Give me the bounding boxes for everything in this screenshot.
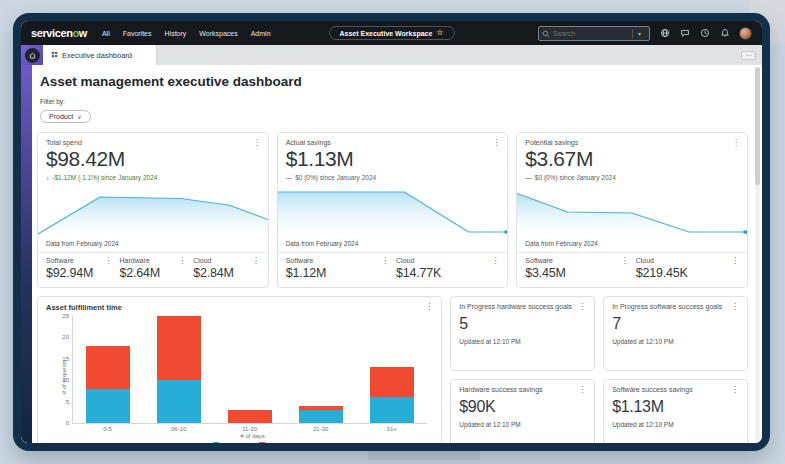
kebab-menu-icon[interactable]: ⋮ bbox=[425, 303, 433, 310]
breakdown-metric: Software ⋮ $3.45M bbox=[525, 257, 628, 280]
kebab-menu-icon[interactable]: ⋮ bbox=[178, 257, 186, 264]
nav-menu-item[interactable]: History bbox=[165, 30, 187, 37]
search-icon bbox=[542, 24, 550, 42]
breakdown-value: $2.84M bbox=[193, 266, 260, 280]
delta-text: $0 (0%) since January 2024 bbox=[295, 174, 376, 181]
kpi-updated-timestamp: Updated at 12:10 PM bbox=[612, 421, 739, 428]
clock-icon[interactable] bbox=[699, 28, 710, 39]
home-button[interactable] bbox=[21, 45, 43, 65]
y-axis-tick: 20 bbox=[62, 334, 69, 340]
bars-container bbox=[73, 316, 427, 423]
bar-chart: # of requests 0510152025 0-506-1011-2021… bbox=[46, 316, 433, 443]
page-title: Asset management executive dashboard bbox=[40, 74, 748, 89]
bar-segment-hardware[interactable] bbox=[86, 389, 130, 423]
breakdown-value: $3.45M bbox=[525, 266, 628, 280]
metric-card: Actual savings ⋮ $1.13M — $0 (0%) since … bbox=[277, 132, 509, 288]
breakdown-label: Hardware bbox=[120, 257, 150, 264]
kpi-value: 5 bbox=[459, 315, 586, 333]
tab-executive-dashboard[interactable]: Executive dashboard bbox=[43, 45, 157, 65]
bar-segment-software[interactable] bbox=[86, 346, 130, 389]
y-axis-tick: 25 bbox=[62, 313, 69, 319]
nav-menu-item[interactable]: Favorites bbox=[123, 30, 152, 37]
breakdown-label: Cloud bbox=[636, 257, 654, 264]
kebab-menu-icon[interactable]: ⋮ bbox=[105, 257, 113, 264]
kpi-card-title: Hardware success savings bbox=[459, 386, 542, 393]
servicenow-logo[interactable]: servicenow bbox=[31, 27, 87, 39]
kebab-menu-icon[interactable]: ⋮ bbox=[621, 257, 629, 264]
bar-segment-hardware[interactable] bbox=[370, 397, 414, 423]
vertical-scrollbar[interactable] bbox=[755, 67, 760, 441]
kpi-updated-timestamp: Updated at 12:10 PM bbox=[612, 338, 739, 345]
breakdown-label: Cloud bbox=[193, 257, 211, 264]
kebab-menu-icon[interactable]: ⋮ bbox=[732, 139, 740, 146]
kebab-menu-icon[interactable]: ⋮ bbox=[492, 139, 500, 146]
metric-value: $1.13M bbox=[278, 146, 508, 171]
search-box[interactable]: ▾ bbox=[538, 26, 650, 41]
bell-icon[interactable] bbox=[719, 28, 730, 39]
product-filter-dropdown[interactable]: Product ∨ bbox=[40, 110, 91, 123]
kebab-menu-icon[interactable]: ⋮ bbox=[253, 139, 261, 146]
breakdown-label: Cloud bbox=[396, 257, 414, 264]
tab-overflow-button[interactable]: ⋯ bbox=[741, 51, 756, 60]
kebab-menu-icon[interactable]: ⋮ bbox=[491, 257, 499, 264]
kebab-menu-icon[interactable]: ⋮ bbox=[578, 303, 586, 310]
tab-label: Executive dashboard bbox=[62, 51, 132, 60]
stacked-bar[interactable] bbox=[228, 316, 272, 423]
asset-fulfillment-card: Asset fulfillment time ⋮ # of requests 0… bbox=[37, 296, 442, 443]
scrollbar-thumb[interactable] bbox=[755, 67, 760, 185]
delta-direction-icon: — bbox=[525, 174, 532, 181]
nav-menu-item[interactable]: Admin bbox=[251, 30, 271, 37]
x-axis-tick: 21-30 bbox=[285, 424, 356, 432]
breakdown-metric: Software ⋮ $1.12M bbox=[286, 257, 389, 280]
kpi-card-title: In Progress software success goals bbox=[612, 303, 722, 310]
stacked-bar[interactable] bbox=[157, 316, 201, 423]
nav-menu-item[interactable]: Workspaces bbox=[199, 30, 237, 37]
x-axis-ticks: 0-506-1011-2021-3031+ bbox=[72, 424, 427, 432]
nav-right-cluster: ▾ bbox=[538, 26, 752, 41]
bar-segment-hardware[interactable] bbox=[157, 380, 201, 423]
kebab-menu-icon[interactable]: ⋮ bbox=[731, 257, 739, 264]
kebab-menu-icon[interactable]: ⋮ bbox=[252, 257, 260, 264]
user-avatar[interactable] bbox=[739, 27, 752, 40]
bar-segment-software[interactable] bbox=[228, 410, 272, 423]
kebab-menu-icon[interactable]: ⋮ bbox=[731, 303, 739, 310]
legend-swatch bbox=[259, 442, 265, 443]
breakdown-value: $14.77K bbox=[396, 266, 499, 280]
legend-item[interactable]: Hardware bbox=[213, 442, 248, 443]
kebab-menu-icon[interactable]: ⋮ bbox=[381, 257, 389, 264]
metric-card: Total spend ⋮ $98.42M ↓ -$1.12M (-1.1%) … bbox=[37, 132, 269, 288]
trend-sparkline bbox=[517, 186, 747, 236]
bar-segment-hardware[interactable] bbox=[299, 410, 343, 423]
bar-segment-software[interactable] bbox=[157, 316, 201, 380]
metric-delta: — $0 (0%) since January 2024 bbox=[517, 171, 747, 181]
x-axis-tick: 31+ bbox=[356, 424, 427, 432]
kebab-menu-icon[interactable]: ⋮ bbox=[731, 386, 739, 393]
home-icon bbox=[25, 48, 40, 63]
kpi-card: In Progress software success goals ⋮ 7 U… bbox=[603, 296, 748, 371]
stacked-bar[interactable] bbox=[370, 316, 414, 423]
stacked-bar[interactable] bbox=[299, 316, 343, 423]
delta-text: $0 (0%) since January 2024 bbox=[535, 174, 616, 181]
chart-title: Asset fulfillment time bbox=[46, 303, 122, 312]
search-scope-dropdown[interactable]: ▾ bbox=[633, 30, 646, 37]
legend-swatch bbox=[213, 442, 219, 443]
bar-slot bbox=[144, 316, 215, 423]
metric-breakdown: Software ⋮ $1.12M Cloud ⋮ $14.77K bbox=[278, 252, 508, 287]
filter-by-label: Filter by: bbox=[40, 98, 748, 105]
metric-cards-row: Total spend ⋮ $98.42M ↓ -$1.12M (-1.1%) … bbox=[37, 132, 748, 288]
stacked-bar[interactable] bbox=[86, 316, 130, 423]
workspace-switcher-pill[interactable]: Asset Executive Workspace ☆ bbox=[328, 26, 454, 40]
bar-segment-software[interactable] bbox=[370, 367, 414, 397]
data-from-note: Data from February 2024 bbox=[38, 236, 268, 252]
legend-item[interactable]: Software bbox=[259, 442, 292, 443]
search-input[interactable] bbox=[550, 30, 632, 37]
nav-menu-item[interactable]: All bbox=[102, 30, 110, 37]
kebab-menu-icon[interactable]: ⋮ bbox=[578, 386, 586, 393]
left-rail bbox=[21, 65, 32, 443]
breakdown-metric: Cloud ⋮ $14.77K bbox=[396, 257, 499, 280]
chat-icon[interactable] bbox=[679, 28, 690, 39]
delta-direction-icon: — bbox=[286, 174, 293, 181]
favorite-star-icon[interactable]: ☆ bbox=[436, 29, 443, 37]
metric-card-title: Total spend bbox=[46, 139, 82, 146]
globe-icon[interactable] bbox=[659, 28, 670, 39]
